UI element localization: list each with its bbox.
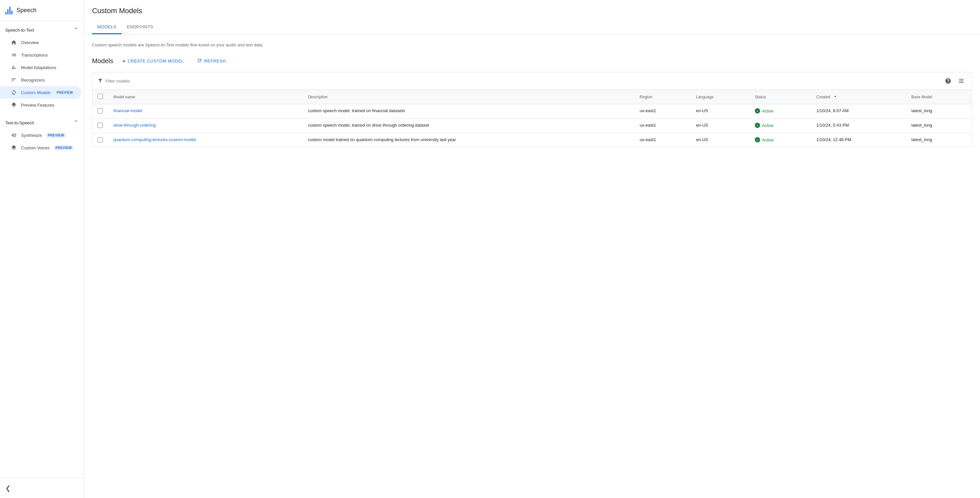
sidebar-item-preview-features[interactable]: Preview Features	[0, 99, 81, 111]
app-logo: Speech	[5, 6, 37, 14]
cell-created: 1/10/24, 12:48 PM	[811, 133, 906, 148]
cell-base-model: latest_long	[906, 119, 972, 133]
help-button[interactable]	[943, 76, 953, 86]
content-toolbar: Models + CREATE CUSTOM MODEL REFRESH	[92, 55, 972, 67]
select-all-checkbox[interactable]	[98, 94, 103, 99]
table-actions-right	[943, 76, 967, 86]
header-created[interactable]: Created	[811, 90, 906, 104]
header-language: Language	[691, 90, 749, 104]
table-header-row: Model name Description Region Language S	[92, 90, 972, 104]
header-base-model: Base Model	[906, 90, 972, 104]
refresh-icon	[197, 58, 202, 64]
tab-endpoints[interactable]: ENDPOINTS	[122, 21, 159, 34]
sidebar-item-model-adaptations[interactable]: Model Adaptations	[0, 61, 81, 74]
table-row: drive-through-ordering custom speech mod…	[92, 119, 972, 133]
sidebar-item-overview[interactable]: Overview	[0, 36, 81, 49]
cell-model-name: drive-through-ordering	[108, 119, 303, 133]
model-name-link[interactable]: drive-through-ordering	[113, 123, 156, 128]
page-header: Custom Models MODELS ENDPOINTS	[84, 0, 980, 35]
sidebar-item-recognizers[interactable]: Recognizers	[0, 74, 81, 86]
sidebar-item-transcriptions[interactable]: Transcriptions	[0, 49, 81, 61]
logo-icon	[5, 6, 13, 14]
cell-model-name: financial-model	[108, 104, 303, 119]
custom-voices-icon	[11, 145, 17, 151]
row-checkbox-1[interactable]	[98, 123, 103, 128]
cell-status: ✓ Active	[749, 133, 811, 148]
cell-created: 1/10/24, 8:07 AM	[811, 104, 906, 119]
tabs: MODELS ENDPOINTS	[92, 21, 972, 34]
header-model-name: Model name	[108, 90, 303, 104]
cell-language: en-US	[691, 133, 749, 148]
layers-icon	[11, 102, 17, 108]
cell-region: us-east1	[635, 119, 691, 133]
status-label: Active	[762, 109, 773, 113]
status-label: Active	[762, 123, 773, 128]
tts-section-label: Text-to-Speech	[5, 120, 34, 125]
waveform-icon	[11, 132, 17, 138]
cell-status: ✓ Active	[749, 119, 811, 133]
content-area: Custom speech models are Speech-to-Text …	[84, 35, 980, 498]
table-filter-row	[92, 72, 972, 90]
cell-region: us-east1	[635, 133, 691, 148]
cell-region: us-east1	[635, 104, 691, 119]
column-settings-button[interactable]	[956, 76, 967, 86]
list-icon	[11, 52, 17, 58]
section-title: Models	[92, 57, 113, 65]
refresh-button[interactable]: REFRESH	[193, 55, 230, 67]
row-checkbox-2[interactable]	[98, 137, 103, 142]
model-name-link[interactable]: financial-model	[113, 108, 142, 113]
sidebar-item-label: Synthesize	[21, 133, 42, 138]
row-checkbox-cell[interactable]	[92, 119, 108, 133]
row-checkbox-cell[interactable]	[92, 104, 108, 119]
collapse-icon: ❮	[5, 484, 11, 492]
sort-ascending-icon	[833, 94, 838, 100]
cell-description: custom model trained on quantum computin…	[303, 133, 635, 148]
refresh-button-label: REFRESH	[204, 59, 226, 64]
cell-base-model: latest_long	[906, 104, 972, 119]
sidebar-item-label: Overview	[21, 40, 39, 45]
header-select-all[interactable]	[92, 90, 108, 104]
sidebar-item-label: Recognizers	[21, 78, 45, 83]
models-table-container: Model name Description Region Language S	[92, 72, 972, 148]
tts-section-header[interactable]: Text-to-Speech ⌃	[0, 117, 84, 129]
header-description: Description	[303, 90, 635, 104]
row-checkbox-cell[interactable]	[92, 133, 108, 148]
table-row: financial-model custom speech model, tra…	[92, 104, 972, 119]
table-header: Model name Description Region Language S	[92, 90, 972, 104]
recognizers-icon	[11, 77, 17, 83]
app-title: Speech	[16, 7, 37, 14]
page-description: Custom speech models are Speech-to-Text …	[92, 42, 972, 47]
cell-language: en-US	[691, 104, 749, 119]
row-checkbox-0[interactable]	[98, 108, 103, 113]
sync-icon	[11, 89, 17, 96]
cell-model-name: quantum-computing-lectures-custom-model	[108, 133, 303, 148]
chart-bar-icon	[11, 64, 17, 70]
status-active-dot: ✓	[755, 108, 760, 113]
custom-models-preview-badge: PREVIEW	[54, 90, 75, 95]
stt-section-label: Speech-to-Text	[5, 28, 34, 33]
filter-icon	[98, 78, 103, 84]
sidebar-footer: ❮	[0, 478, 84, 498]
model-name-link[interactable]: quantum-computing-lectures-custom-model	[113, 137, 196, 142]
synthesize-preview-badge: PREVIEW	[46, 133, 67, 138]
tab-models[interactable]: MODELS	[92, 21, 122, 34]
sidebar-item-custom-voices[interactable]: Custom Voices PREVIEW	[0, 141, 81, 154]
logo-bar-2	[7, 9, 8, 14]
tts-chevron-icon: ⌃	[74, 119, 79, 126]
filter-input[interactable]	[105, 78, 940, 83]
plus-icon: +	[122, 58, 126, 64]
cell-description: custom speech model, trained on financia…	[303, 104, 635, 119]
collapse-sidebar-button[interactable]: ❮	[0, 481, 84, 495]
logo-bar-4	[11, 11, 13, 14]
cell-description: custom speech model, trained on drive th…	[303, 119, 635, 133]
models-table: Model name Description Region Language S	[92, 90, 972, 147]
custom-voices-preview-badge: PREVIEW	[54, 145, 74, 150]
create-custom-model-button[interactable]: + CREATE CUSTOM MODEL	[118, 56, 188, 67]
cell-status: ✓ Active	[749, 104, 811, 119]
sidebar-item-synthesize[interactable]: Synthesize PREVIEW	[0, 129, 81, 141]
sidebar-item-custom-models[interactable]: Custom Models PREVIEW	[0, 86, 81, 99]
sidebar-item-label: Preview Features	[21, 103, 54, 108]
stt-chevron-icon: ⌃	[74, 26, 79, 34]
logo-bar-1	[5, 12, 6, 14]
stt-section-header[interactable]: Speech-to-Text ⌃	[0, 24, 84, 36]
